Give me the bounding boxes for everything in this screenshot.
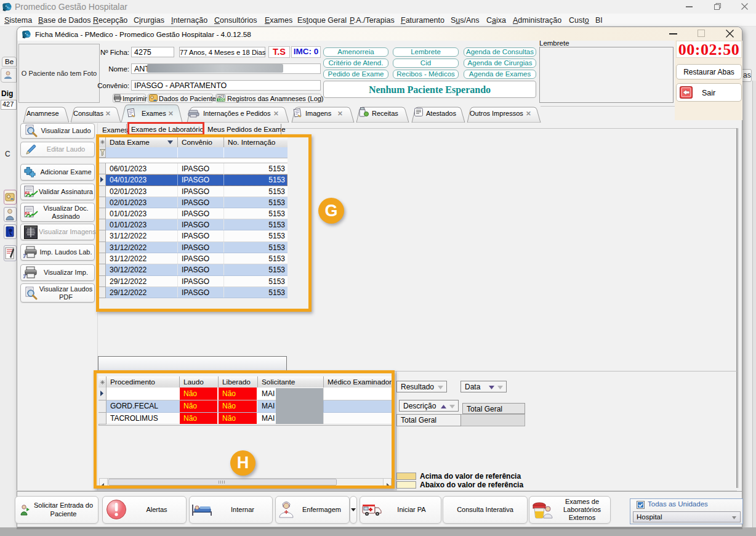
svg-text:LOG: LOG	[219, 98, 225, 102]
